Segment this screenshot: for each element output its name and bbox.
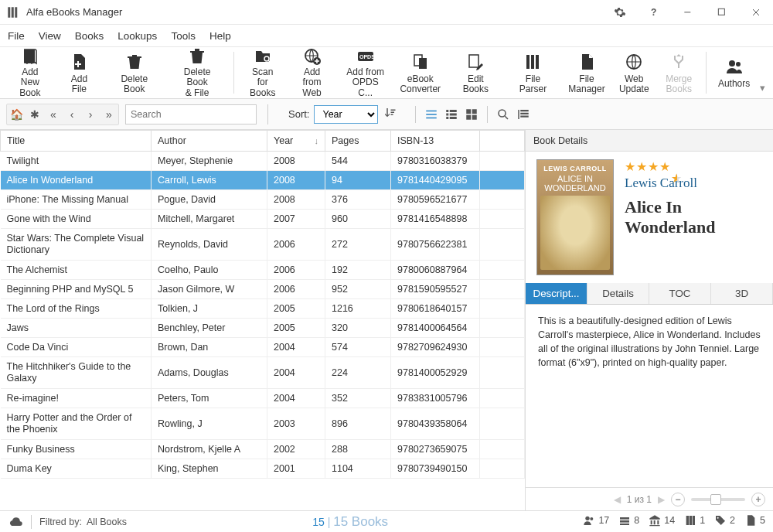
col-author[interactable]: Author: [152, 131, 267, 152]
rating-stars[interactable]: ★★★★★★: [625, 159, 762, 174]
col-year[interactable]: Year↓: [267, 131, 325, 152]
stat-tags[interactable]: 2: [714, 514, 735, 527]
view-details-button[interactable]: [442, 105, 461, 124]
table-row[interactable]: Funky BusinessNordstrom, Kjelle A2002288…: [1, 440, 525, 459]
toolbar-opds[interactable]: OPDSAdd fromOPDS C...: [337, 47, 393, 98]
close-button[interactable]: [739, 0, 773, 25]
toolbar-trash-file[interactable]: Delete Book& File: [165, 47, 228, 98]
search-box[interactable]: [125, 104, 257, 124]
parse-icon: [524, 51, 543, 73]
tab-details[interactable]: Details: [587, 283, 649, 304]
toolbar-authors[interactable]: Authors: [711, 47, 757, 98]
stat-library[interactable]: 14: [649, 514, 675, 527]
pager-prev-icon[interactable]: ◀: [614, 494, 621, 505]
zoom-button[interactable]: [494, 105, 512, 124]
toolbar-convert[interactable]: eBookConverter: [393, 47, 447, 98]
table-row[interactable]: iPhone: The Missing ManualPogue, David20…: [1, 190, 525, 210]
settings-icon[interactable]: [603, 0, 637, 25]
search-input[interactable]: [131, 109, 252, 120]
col-extra[interactable]: [480, 131, 525, 152]
toolbar-edit[interactable]: Edit Books: [447, 47, 504, 98]
table-row[interactable]: TwilightMeyer, Stephenie2008544978031603…: [1, 152, 525, 171]
tab-toc[interactable]: TOC: [649, 283, 711, 304]
svg-rect-40: [521, 110, 530, 111]
columns-button[interactable]: [514, 105, 533, 124]
pager-text: 1 из 1: [627, 494, 652, 505]
table-row[interactable]: Star Wars: The Complete Visual Dictionar…: [1, 229, 525, 261]
table-row[interactable]: Beginning PHP and MySQL 5Jason Gilmore, …: [1, 280, 525, 299]
menu-bar: File View Books Lookups Tools Help: [0, 25, 773, 46]
nav-star-button[interactable]: ✱: [26, 104, 44, 124]
globe-plus-icon: [303, 47, 322, 66]
stat-files[interactable]: 5: [744, 514, 765, 527]
toolbar-folder-search[interactable]: Scan forBooks: [239, 47, 287, 98]
table-row[interactable]: Alice In WonderlandCarroll, Lewis2008949…: [1, 171, 525, 190]
svg-point-23: [736, 62, 741, 66]
view-list-button[interactable]: [422, 105, 441, 124]
menu-lookups[interactable]: Lookups: [117, 30, 157, 42]
tab-3d[interactable]: 3D: [711, 283, 773, 304]
toolbar-overflow[interactable]: ▾: [757, 47, 768, 98]
nav-next-button[interactable]: ›: [81, 104, 100, 124]
table-row[interactable]: Re-imagine!Peters, Tom200435297838310057…: [1, 389, 525, 408]
table-row[interactable]: Gone with the WindMitchell, Margaret2007…: [1, 210, 525, 229]
total-books-label: 15 Books: [333, 514, 388, 529]
col-title[interactable]: Title: [1, 131, 152, 152]
toolbar-filemgr[interactable]: FileManager: [562, 47, 611, 98]
stat-series[interactable]: 1: [684, 514, 705, 527]
menu-help[interactable]: Help: [209, 30, 231, 42]
maximize-button[interactable]: [705, 0, 739, 25]
menu-tools[interactable]: Tools: [171, 30, 196, 42]
toolbar-ribbon: Add NewBookAdd FileDelete BookDelete Boo…: [0, 46, 773, 99]
help-icon[interactable]: ?: [637, 0, 671, 25]
table-row[interactable]: Harry Potter and the Order of the Phoeni…: [1, 408, 525, 440]
svg-rect-26: [427, 114, 438, 115]
toolbar-web-update[interactable]: WebUpdate: [611, 47, 656, 98]
nav-home-button[interactable]: 🏠: [7, 104, 26, 124]
tab-descript[interactable]: Descript...: [526, 283, 587, 304]
menu-view[interactable]: View: [39, 30, 61, 42]
table-row[interactable]: The Hitchhiker's Guide to the GalaxyAdam…: [1, 357, 525, 389]
zoom-slider[interactable]: [691, 498, 745, 501]
sort-select[interactable]: TitleAuthorYearPages: [314, 105, 378, 124]
svg-rect-39: [519, 110, 520, 119]
table-row[interactable]: Code Da VinciBrown, Dan20045749782709624…: [1, 338, 525, 357]
svg-rect-50: [693, 516, 695, 525]
toolbar-trash[interactable]: Delete Book: [103, 47, 165, 98]
stat-publishers[interactable]: 8: [618, 514, 639, 527]
book-title: Alice In Wonderland: [625, 197, 762, 238]
zoom-out-button[interactable]: −: [671, 493, 685, 506]
svg-rect-8: [75, 63, 81, 65]
toolbar-book[interactable]: Add NewBook: [5, 47, 56, 98]
filemgr-icon: [577, 51, 596, 73]
filter-label: Filtred by:: [39, 517, 82, 527]
table-row[interactable]: The Lord of the RingsTolkien, J200512169…: [1, 299, 525, 319]
author-link[interactable]: Lewis Carroll: [625, 176, 762, 191]
toolbar-parse[interactable]: File Parser: [504, 47, 561, 98]
table-row[interactable]: JawsBenchley, Peter20053209781400064564: [1, 319, 525, 338]
toolbar-globe-plus[interactable]: Add fromWeb: [287, 47, 338, 98]
col-isbn[interactable]: ISBN-13: [391, 131, 480, 152]
cloud-icon[interactable]: [8, 517, 23, 527]
nav-first-button[interactable]: «: [44, 104, 63, 124]
menu-books[interactable]: Books: [75, 30, 104, 42]
table-row[interactable]: The AlchemistCoelho, Paulo20061929780060…: [1, 261, 525, 280]
menu-file[interactable]: File: [8, 30, 25, 42]
toolbar-file-plus[interactable]: Add File: [56, 47, 103, 98]
minimize-button[interactable]: [671, 0, 705, 25]
books-table[interactable]: Title Author Year↓ Pages ISBN-13 Twiligh…: [0, 130, 525, 479]
svg-rect-32: [447, 117, 449, 119]
col-pages[interactable]: Pages: [325, 131, 391, 152]
stat-authors[interactable]: 17: [583, 514, 609, 527]
svg-rect-33: [450, 117, 457, 119]
table-row[interactable]: Duma KeyKing, Stephen2001110497807394901…: [1, 459, 525, 479]
pager-next-icon[interactable]: ▶: [658, 494, 665, 505]
nav-prev-button[interactable]: ‹: [63, 104, 81, 124]
svg-rect-4: [684, 12, 690, 12]
nav-last-button[interactable]: »: [100, 104, 118, 124]
zoom-in-button[interactable]: +: [751, 493, 765, 506]
view-grid-button[interactable]: [462, 105, 481, 124]
book-cover[interactable]: LEWIS CARROLL ALICE IN WONDERLAND: [536, 159, 614, 275]
filter-value[interactable]: All Books: [87, 517, 127, 527]
sort-direction-button[interactable]: [383, 106, 397, 122]
